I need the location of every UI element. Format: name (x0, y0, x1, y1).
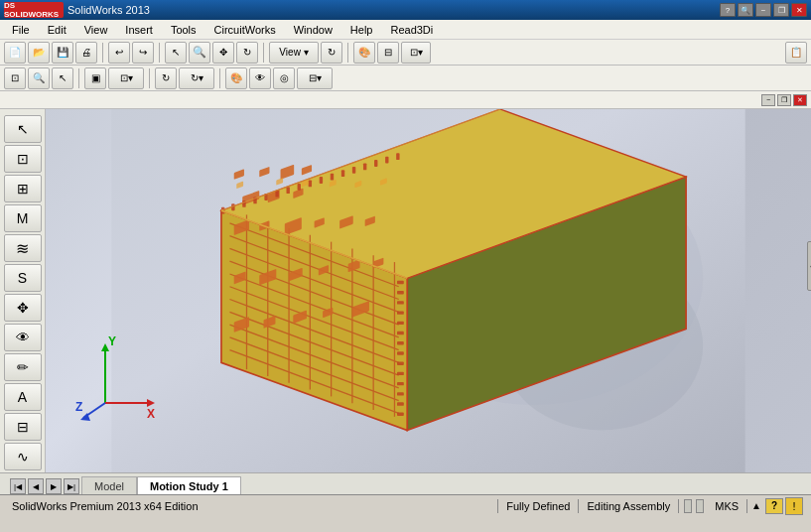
box-btn[interactable]: ▣ (84, 67, 106, 89)
display-style-btn[interactable] (353, 42, 375, 64)
status-right: MKS ▲ ? ! (679, 497, 807, 515)
sep4 (347, 43, 348, 63)
restore-button[interactable]: ❐ (773, 3, 789, 17)
sidebar-btn-smart[interactable]: S (4, 264, 42, 292)
menu-read3di[interactable]: Read3Di (382, 22, 441, 38)
window-controls: − ❐ ✕ (0, 91, 811, 109)
menu-help[interactable]: Help (342, 22, 381, 38)
sep3 (263, 43, 264, 63)
print-button[interactable] (75, 42, 97, 64)
svg-rect-73 (331, 174, 334, 181)
sidebar-btn-curves[interactable]: ∿ (4, 443, 42, 470)
tab-next-button[interactable]: ▶ (46, 478, 62, 494)
rotate-button[interactable]: ↻ (236, 42, 258, 64)
rotate-view-btn[interactable]: ↻ (321, 42, 342, 64)
menu-file[interactable]: File (4, 22, 38, 38)
titlebar-title: SolidWorks 2013 (68, 4, 150, 16)
sidebar-btn-assembly[interactable]: A (4, 383, 42, 411)
redo-button[interactable]: ↪ (132, 42, 154, 64)
menu-view[interactable]: View (76, 22, 116, 38)
svg-rect-74 (341, 170, 344, 177)
inner-minimize[interactable]: − (761, 94, 775, 106)
notification-button[interactable]: ! (785, 497, 803, 515)
menu-circuitworks[interactable]: CircuitWorks (206, 22, 284, 38)
appearance-btn[interactable]: ⊡▾ (401, 42, 431, 64)
sidebar-btn-pattern[interactable]: ≋ (4, 234, 42, 262)
color-btn[interactable]: 🎨 (225, 67, 247, 89)
menu-window[interactable]: Window (286, 22, 340, 38)
viewport[interactable]: Y X Z (46, 109, 811, 472)
sep6 (149, 68, 150, 88)
content-area: ↖ ⊡ ⊞ M ≋ S ✥ 👁 ✏ A ⊟ ∿ ↔ ‹ (0, 109, 811, 472)
tab-last-button[interactable]: ▶| (64, 478, 79, 494)
task-pane-button[interactable]: 📋 (785, 42, 807, 64)
cursor-btn[interactable]: ↖ (52, 67, 73, 89)
minimize-button[interactable]: − (755, 3, 771, 17)
zoom-all-button[interactable] (189, 42, 210, 64)
inner-restore[interactable]: ❐ (777, 94, 791, 106)
zoom-to-fit[interactable]: ⊡ (4, 67, 26, 89)
svg-rect-75 (352, 167, 355, 174)
section-view-btn[interactable]: ⊟ (377, 42, 399, 64)
open-file-button[interactable] (28, 42, 50, 64)
svg-text:Z: Z (75, 400, 82, 414)
appearance2-btn[interactable]: ◎ (273, 67, 295, 89)
realview-btn[interactable] (249, 67, 271, 89)
select-button[interactable]: ↖ (165, 42, 187, 64)
sep5 (78, 68, 79, 88)
status-editing: Editing Assembly (579, 499, 679, 513)
search-button[interactable]: 🔍 (738, 3, 753, 17)
help-button[interactable]: ? (720, 3, 736, 17)
app-info: SolidWorks Premium 2013 x64 Edition (4, 499, 498, 513)
svg-rect-50 (397, 291, 404, 294)
sidebar-btn-showhide[interactable]: 👁 (4, 324, 42, 351)
status-units: MKS (707, 499, 747, 513)
sidebar-btn-select[interactable]: ↖ (4, 115, 42, 143)
menu-edit[interactable]: Edit (40, 22, 74, 38)
inner-close[interactable]: ✕ (793, 94, 807, 106)
menu-insert[interactable]: Insert (117, 22, 161, 38)
svg-rect-69 (287, 187, 290, 194)
new-file-button[interactable] (4, 42, 26, 64)
svg-text:X: X (147, 407, 155, 421)
sidebar-btn-move[interactable]: ✥ (4, 294, 42, 322)
tab-model[interactable]: Model (81, 476, 137, 494)
save-button[interactable] (52, 42, 73, 64)
sidebar-btn-edit[interactable]: ✏ (4, 353, 42, 381)
tab-first-button[interactable]: |◀ (10, 478, 26, 494)
tab-motion-study-1[interactable]: Motion Study 1 (137, 476, 241, 494)
svg-rect-79 (396, 153, 399, 160)
tab-prev-button[interactable]: ◀ (28, 478, 44, 494)
shadows-btn[interactable]: ⊟▾ (297, 67, 333, 89)
pan-button[interactable]: ✥ (212, 42, 234, 64)
svg-rect-62 (397, 413, 404, 416)
titlebar-controls: ? 🔍 − ❐ ✕ (720, 3, 807, 17)
view-selector[interactable]: View ▾ (269, 42, 319, 64)
svg-rect-51 (397, 301, 404, 304)
sidebar-btn-refgeom[interactable]: ⊟ (4, 413, 42, 441)
close-button[interactable]: ✕ (791, 3, 807, 17)
help-button-status[interactable]: ? (765, 498, 783, 514)
rotate-dropdown[interactable]: ↻▾ (179, 67, 214, 89)
units-arrow[interactable]: ▲ (749, 500, 763, 511)
sidebar: ↖ ⊡ ⊞ M ≋ S ✥ 👁 ✏ A ⊟ ∿ ↔ ‹ (0, 109, 46, 472)
menu-tools[interactable]: Tools (163, 22, 204, 38)
svg-rect-52 (397, 311, 404, 314)
statusbar: SolidWorks Premium 2013 x64 Edition Full… (0, 494, 811, 516)
svg-rect-58 (397, 372, 404, 375)
sidebar-btn-component[interactable]: ⊞ (4, 175, 42, 202)
coordinate-axes: Y X Z (75, 333, 165, 423)
svg-rect-59 (397, 382, 404, 385)
sidebar-btn-mate[interactable]: M (4, 204, 42, 232)
rotate-model[interactable]: ↻ (155, 67, 177, 89)
sidebar-btn-zoom-all[interactable]: ⊡ (4, 145, 42, 173)
sep1 (102, 43, 103, 63)
menubar: File Edit View Insert Tools CircuitWorks… (0, 20, 811, 40)
zoom-in[interactable]: 🔍 (28, 67, 50, 89)
svg-rect-61 (397, 402, 404, 405)
svg-rect-78 (385, 157, 388, 164)
solidworks-logo: DS SOLIDWORKS (4, 2, 64, 18)
tab-bar: |◀ ◀ ▶ ▶| Model Motion Study 1 (0, 472, 811, 494)
undo-button[interactable]: ↩ (108, 42, 130, 64)
view3d-btn[interactable]: ⊡▾ (108, 67, 144, 89)
